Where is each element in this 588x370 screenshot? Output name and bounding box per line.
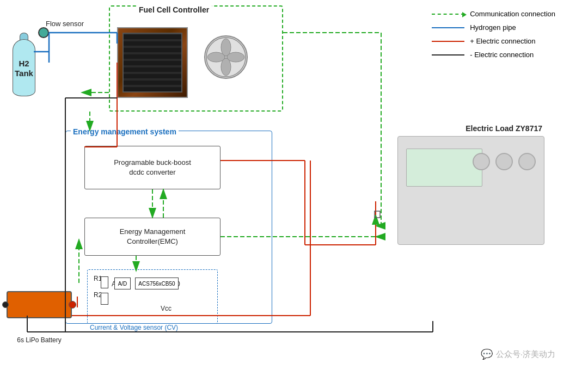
h2-tank: H2 Tank [10, 33, 38, 103]
fuel-cell-stack [117, 27, 188, 98]
dcdc-box: Programable buck-boost dcdc converter [84, 146, 220, 189]
r2-symbol [101, 293, 108, 305]
fan [204, 35, 253, 84]
legend-label-pos: + Electric connection [470, 37, 535, 45]
fcc-label: Fuel Cell Controller [136, 5, 212, 14]
electric-load-box [397, 136, 544, 245]
fuel-cell-inner [122, 33, 182, 92]
dcdc-label: Programable buck-boost dcdc converter [114, 158, 191, 177]
electric-load-screen [406, 149, 482, 187]
svg-point-2 [221, 39, 231, 56]
ems-label: Energy management system [71, 127, 179, 136]
r1-symbol [101, 276, 108, 288]
svg-rect-37 [375, 211, 380, 218]
emc-label: Energy Management Controller(EMC) [120, 227, 186, 246]
fan-svg [205, 36, 247, 78]
flow-sensor-label: Flow sensor [46, 20, 84, 28]
legend-communication: Communication connection [432, 10, 555, 18]
battery-label: 6s LiPo Battery [7, 336, 72, 344]
legend-line-hydrogen [432, 27, 464, 28]
electric-load-label: Electric Load ZY8717 [465, 124, 542, 133]
flow-sensor-circle [38, 27, 49, 38]
legend-line-comm [432, 14, 464, 15]
battery-minus-terminal [2, 301, 9, 308]
legend-arrow-comm [462, 12, 467, 17]
watermark: 💬 公众号·济美动力 [481, 348, 555, 360]
legend-label-comm: Communication connection [470, 10, 555, 18]
knob-3 [518, 153, 536, 170]
legend-line-neg [432, 54, 464, 55]
svg-point-3 [227, 52, 244, 62]
legend-hydrogen: Hydrogen pipe [432, 23, 555, 32]
cv-sensor-label: Current & Voltage sensor (CV) [90, 324, 178, 331]
electric-load-knobs [473, 153, 536, 170]
knob-1 [473, 153, 490, 170]
fan-circle [204, 35, 248, 79]
legend-label-neg: - Electric connection [470, 51, 534, 59]
watermark-text: 公众号·济美动力 [496, 349, 555, 360]
knob-2 [495, 153, 513, 170]
legend-pos-electric: + Electric connection [432, 37, 555, 45]
legend-label-hydrogen: Hydrogen pipe [470, 23, 516, 32]
battery-plus-terminal [69, 301, 76, 309]
vcc-label: Vcc [161, 305, 171, 312]
legend-line-pos [432, 41, 464, 42]
diagram-container: Communication connection Hydrogen pipe +… [0, 0, 588, 370]
legend-neg-electric: - Electric connection [432, 51, 555, 59]
ad-box: A/D [114, 278, 131, 289]
battery [7, 291, 72, 318]
tank-body: H2 Tank [13, 39, 35, 96]
h2-label: H2 Tank [15, 59, 33, 78]
acs-box: ACS756xCB50 [135, 278, 179, 289]
emc-box: Energy Management Controller(EMC) [84, 218, 220, 256]
legend: Communication connection Hydrogen pipe +… [432, 10, 555, 59]
watermark-icon: 💬 [481, 348, 493, 360]
svg-point-5 [207, 52, 225, 62]
svg-point-4 [221, 58, 231, 76]
